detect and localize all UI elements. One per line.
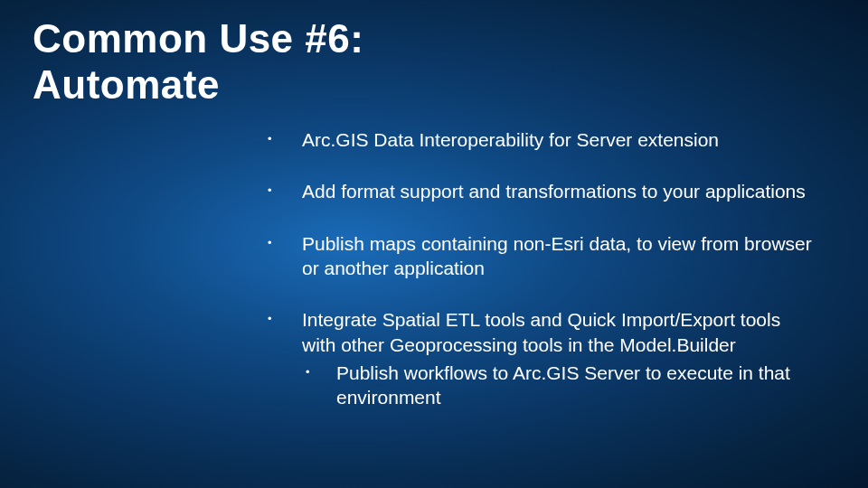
- title-line-1: Common Use #6:: [33, 16, 832, 62]
- bullet-text: Add format support and transformations t…: [302, 179, 814, 203]
- bullet-text: Integrate Spatial ETL tools and Quick Im…: [302, 307, 814, 409]
- bullet-text-main: Integrate Spatial ETL tools and Quick Im…: [302, 309, 780, 354]
- bullet-list: • Arc.GIS Data Interoperability for Serv…: [33, 127, 832, 409]
- bullet-icon: •: [268, 231, 302, 251]
- bullet-item: • Publish maps containing non-Esri data,…: [268, 231, 814, 281]
- sub-bullet-item: • Publish workflows to Arc.GIS Server to…: [302, 361, 814, 410]
- bullet-icon: •: [268, 307, 302, 327]
- bullet-item: • Integrate Spatial ETL tools and Quick …: [268, 307, 814, 409]
- bullet-text: Publish maps containing non-Esri data, t…: [302, 231, 814, 281]
- bullet-item: • Arc.GIS Data Interoperability for Serv…: [268, 127, 814, 152]
- bullet-icon: •: [306, 361, 336, 380]
- bullet-item: • Add format support and transformations…: [268, 179, 814, 203]
- sub-bullet-text: Publish workflows to Arc.GIS Server to e…: [336, 361, 814, 410]
- slide: Common Use #6: Automate • Arc.GIS Data I…: [0, 0, 868, 488]
- slide-title: Common Use #6: Automate: [33, 16, 832, 108]
- bullet-icon: •: [268, 127, 302, 147]
- title-line-2: Automate: [33, 62, 832, 108]
- bullet-text: Arc.GIS Data Interoperability for Server…: [302, 127, 814, 152]
- bullet-icon: •: [268, 179, 302, 199]
